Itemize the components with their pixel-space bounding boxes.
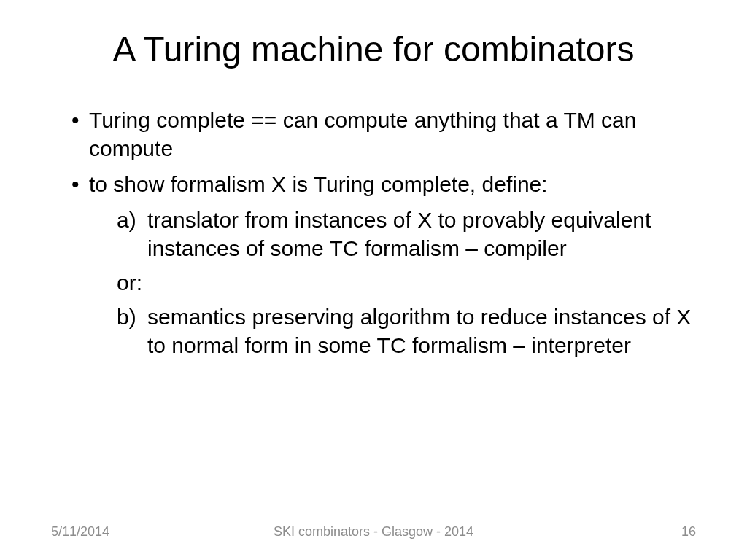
footer-page-number: 16 bbox=[681, 524, 696, 540]
sub-text: translator from instances of X to provab… bbox=[147, 208, 651, 260]
slide-title: A Turing machine for combinators bbox=[51, 29, 696, 69]
bullet-item: Turing complete == can compute anything … bbox=[66, 106, 696, 163]
slide-footer: 5/11/2014 SKI combinators - Glasgow - 20… bbox=[0, 524, 747, 540]
bullet-list: Turing complete == can compute anything … bbox=[66, 106, 696, 198]
footer-date: 5/11/2014 bbox=[51, 524, 109, 540]
slide: A Turing machine for combinators Turing … bbox=[0, 0, 747, 560]
slide-content: Turing complete == can compute anything … bbox=[51, 106, 696, 359]
footer-title: SKI combinators - Glasgow - 2014 bbox=[274, 524, 473, 540]
bullet-item: to show formalism X is Turing complete, … bbox=[66, 170, 696, 198]
sub-item-a: a) translator from instances of X to pro… bbox=[117, 206, 696, 262]
sub-item-b: b) semantics preserving algorithm to red… bbox=[117, 303, 696, 359]
sub-list: b) semantics preserving algorithm to red… bbox=[117, 303, 696, 359]
or-separator: or: bbox=[117, 268, 696, 297]
sub-marker: b) bbox=[117, 303, 136, 331]
sub-marker: a) bbox=[117, 206, 136, 234]
sub-text: semantics preserving algorithm to reduce… bbox=[147, 305, 691, 357]
sub-list: a) translator from instances of X to pro… bbox=[117, 206, 696, 262]
